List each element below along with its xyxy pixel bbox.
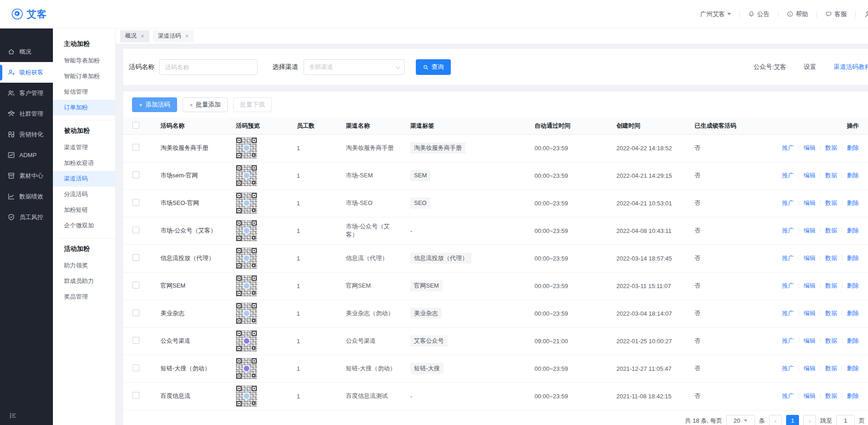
row-checkbox[interactable]	[132, 171, 139, 178]
nav-announcements[interactable]: 公告	[748, 10, 770, 18]
edit-link[interactable]: 编辑	[804, 282, 816, 289]
batch-add-button[interactable]: + 批量添加	[183, 97, 228, 112]
delete-link[interactable]: 删除	[847, 282, 859, 289]
current-page-button[interactable]: 1	[786, 415, 799, 425]
promote-link[interactable]: 推广	[782, 255, 794, 261]
submenu-item-smart-order-fans[interactable]: 智能订单加粉	[53, 68, 115, 84]
promote-link[interactable]: 推广	[782, 337, 794, 344]
org-switcher[interactable]: 广州艾客	[700, 10, 731, 18]
qr-code-thumbnail[interactable]	[236, 137, 257, 159]
edit-link[interactable]: 编辑	[804, 392, 816, 399]
select-all-checkbox[interactable]	[132, 122, 139, 129]
channel-select[interactable]: 全部渠道	[304, 59, 405, 75]
edit-link[interactable]: 编辑	[804, 144, 816, 151]
qr-code-thumbnail[interactable]	[236, 330, 257, 351]
delete-link[interactable]: 删除	[847, 365, 859, 372]
submenu-item-boost-reward[interactable]: 助力领奖	[53, 258, 115, 273]
submenu-item-group-member-boost[interactable]: 群成员助力	[53, 273, 115, 289]
delete-link[interactable]: 删除	[847, 337, 859, 344]
submenu-item-prize-management[interactable]: 奖品管理	[53, 289, 115, 305]
row-checkbox[interactable]	[132, 309, 139, 316]
data-link[interactable]: 数据	[825, 144, 837, 151]
data-link[interactable]: 数据	[825, 227, 837, 234]
data-link[interactable]: 数据	[825, 172, 837, 179]
delete-link[interactable]: 删除	[847, 172, 859, 179]
nav-support[interactable]: 客服	[825, 10, 847, 18]
row-checkbox[interactable]	[132, 227, 139, 233]
data-link[interactable]: 数据	[825, 199, 837, 206]
page-size-select[interactable]: 20	[726, 415, 755, 425]
edit-link[interactable]: 编辑	[804, 227, 816, 234]
promote-link[interactable]: 推广	[782, 392, 794, 399]
submenu-item-smart-import-fans[interactable]: 智能导表加粉	[53, 53, 115, 68]
row-checkbox[interactable]	[132, 392, 139, 399]
qr-code-thumbnail[interactable]	[236, 275, 257, 296]
edit-link[interactable]: 编辑	[804, 310, 816, 317]
delete-link[interactable]: 删除	[847, 144, 859, 151]
sidebar-item-admp[interactable]: ADMP	[0, 145, 53, 165]
qr-name-input[interactable]	[159, 59, 258, 75]
row-checkbox[interactable]	[132, 254, 139, 261]
row-checkbox[interactable]	[132, 364, 139, 371]
submenu-item-order-fans[interactable]: 订单加粉	[53, 100, 115, 115]
batch-download-button[interactable]: 批量下载	[233, 97, 272, 112]
promote-link[interactable]: 推广	[782, 282, 794, 289]
jump-page-input[interactable]	[836, 415, 855, 425]
submenu-item-channel-qr[interactable]: 渠道活码	[53, 171, 115, 187]
edit-link[interactable]: 编辑	[804, 199, 816, 206]
data-link[interactable]: 数据	[825, 392, 837, 399]
submenu-item-split-qr[interactable]: 分流活码	[53, 187, 115, 202]
close-icon[interactable]: ×	[141, 33, 144, 39]
delete-link[interactable]: 删除	[847, 199, 859, 206]
qr-code-thumbnail[interactable]	[236, 303, 257, 324]
edit-link[interactable]: 编辑	[804, 172, 816, 179]
qr-code-thumbnail[interactable]	[236, 193, 257, 214]
submenu-item-dual-add[interactable]: 企个微双加	[53, 218, 115, 233]
nav-user[interactable]	[864, 10, 868, 18]
submenu-item-channel-management[interactable]: 渠道管理	[53, 140, 115, 155]
sidebar-item-fans-acquisition[interactable]: 吸粉获客	[0, 62, 53, 83]
tab-overview[interactable]: 概况×	[120, 30, 149, 42]
data-link[interactable]: 数据	[825, 255, 837, 261]
promote-link[interactable]: 推广	[782, 199, 794, 206]
data-link[interactable]: 数据	[825, 365, 837, 372]
edit-link[interactable]: 编辑	[804, 337, 816, 344]
collapse-sidebar-icon[interactable]	[9, 412, 17, 419]
submenu-item-sms-management[interactable]: 短信管理	[53, 84, 115, 100]
qr-code-thumbnail[interactable]	[236, 165, 257, 186]
sidebar-item-data-performance[interactable]: 数据绩效	[0, 186, 53, 207]
qr-code-thumbnail[interactable]	[236, 220, 257, 241]
nav-help[interactable]: 帮助	[787, 10, 808, 18]
delete-link[interactable]: 删除	[847, 255, 859, 261]
delete-link[interactable]: 删除	[847, 310, 859, 317]
row-checkbox[interactable]	[132, 282, 139, 289]
sidebar-item-overview[interactable]: 概况	[0, 41, 53, 62]
promote-link[interactable]: 推广	[782, 172, 794, 179]
sidebar-item-material-center[interactable]: 素材中心	[0, 165, 53, 186]
promote-link[interactable]: 推广	[782, 144, 794, 151]
qr-code-thumbnail[interactable]	[236, 248, 257, 269]
sidebar-item-customer-management[interactable]: 客户管理	[0, 83, 53, 103]
tutorial-link[interactable]: 渠道活码教程	[834, 63, 868, 71]
sidebar-item-staff-risk[interactable]: 员工风控	[0, 207, 53, 227]
tab-channel-qr[interactable]: 渠道活码×	[153, 30, 194, 42]
close-icon[interactable]: ×	[185, 33, 189, 39]
promote-link[interactable]: 推广	[782, 310, 794, 317]
row-checkbox[interactable]	[132, 144, 139, 151]
data-link[interactable]: 数据	[825, 310, 837, 317]
add-qr-button[interactable]: + 添加活码	[132, 97, 177, 112]
edit-link[interactable]: 编辑	[804, 365, 816, 372]
data-link[interactable]: 数据	[825, 282, 837, 289]
qr-code-thumbnail[interactable]	[236, 385, 257, 407]
qr-code-thumbnail[interactable]	[236, 358, 257, 379]
sidebar-item-marketing-conversion[interactable]: 营销转化	[0, 124, 53, 145]
promote-link[interactable]: 推广	[782, 227, 794, 234]
promote-link[interactable]: 推广	[782, 365, 794, 372]
settings-link[interactable]: 设置	[804, 63, 816, 71]
row-checkbox[interactable]	[132, 337, 139, 344]
row-checkbox[interactable]	[132, 199, 139, 206]
data-link[interactable]: 数据	[825, 337, 837, 344]
submenu-item-fans-short-link[interactable]: 加粉短链	[53, 202, 115, 218]
edit-link[interactable]: 编辑	[804, 255, 816, 261]
delete-link[interactable]: 删除	[847, 392, 859, 399]
